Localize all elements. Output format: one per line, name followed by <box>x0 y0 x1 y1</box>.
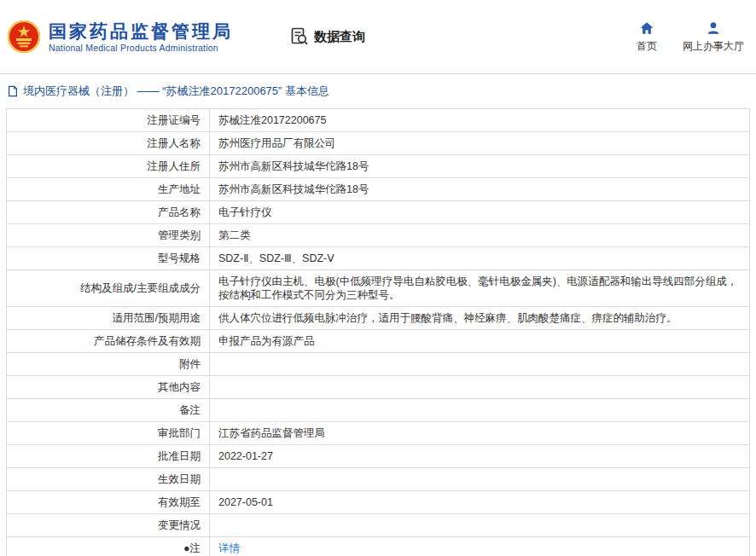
home-icon <box>639 20 654 36</box>
field-label: 生产地址 <box>7 178 210 201</box>
nav-home-label: 首页 <box>637 39 657 54</box>
field-label: 产品储存条件及有效期 <box>7 330 210 353</box>
info-table: 注册证编号苏械注准20172200675注册人名称苏州医疗用品厂有限公司注册人住… <box>6 108 750 556</box>
table-row: 注册人住所苏州市高新区科技城华佗路18号 <box>7 155 750 178</box>
table-row: 批准日期2022-01-27 <box>7 445 750 468</box>
field-value: 第二类 <box>210 224 750 247</box>
field-value: 2027-05-01 <box>210 491 750 514</box>
brand: 国家药品监督管理局 National Medical Products Admi… <box>7 20 233 54</box>
page-title-row: 境内医疗器械（注册） —— “苏械注准20172200675” 基本信息 <box>0 74 756 107</box>
field-value: 供人体穴位进行低频电脉冲治疗，适用于腰酸背痛、神经麻痹、肌肉酸楚痛症、痹症的辅助… <box>210 307 750 330</box>
field-label: 注册人名称 <box>7 132 210 155</box>
field-label: 注册人住所 <box>7 155 210 178</box>
field-label: 结构及组成/主要组成成分 <box>7 270 210 307</box>
table-row: 审批部门江苏省药品监督管理局 <box>7 422 750 445</box>
table-row: 生效日期 <box>7 468 750 491</box>
table-row: 备注 <box>7 399 750 422</box>
field-label: 批准日期 <box>7 445 210 468</box>
table-row: 生产地址苏州市高新区科技城华佗路18号 <box>7 178 750 201</box>
field-value: SDZ-Ⅱ、SDZ-Ⅲ、SDZ-Ⅴ <box>210 247 750 270</box>
field-value <box>210 399 750 422</box>
user-icon <box>706 20 721 36</box>
agency-name: 国家药品监督管理局 <box>49 20 233 43</box>
field-label: 附件 <box>7 353 210 376</box>
field-value: 申报产品为有源产品 <box>210 330 750 353</box>
detail-link[interactable]: 详情 <box>218 542 240 554</box>
field-label: 生效日期 <box>7 468 210 491</box>
site-header: 国家药品监督管理局 National Medical Products Admi… <box>0 0 756 73</box>
field-value: 苏州市高新区科技城华佗路18号 <box>210 155 750 178</box>
table-row: 附件 <box>7 353 750 376</box>
field-value: 苏州市高新区科技城华佗路18号 <box>210 178 750 201</box>
agency-name-en: National Medical Products Administration <box>49 43 233 53</box>
table-row: 产品名称电子针疗仪 <box>7 201 750 224</box>
table-row: 结构及组成/主要组成成分电子针疗仪由主机、电极(中低频理疗导电自粘胶电极、毫针电… <box>7 270 750 307</box>
field-value: 苏州医疗用品厂有限公司 <box>210 132 750 155</box>
field-label: 管理类别 <box>7 224 210 247</box>
table-row: 适用范围/预期用途供人体穴位进行低频电脉冲治疗，适用于腰酸背痛、神经麻痹、肌肉酸… <box>7 307 750 330</box>
nav-home[interactable]: 首页 <box>637 20 657 54</box>
nav-online-hall-label: 网上办事大厅 <box>683 39 744 54</box>
field-value: 2022-01-27 <box>210 445 750 468</box>
field-label: 产品名称 <box>7 201 210 224</box>
field-label: 审批部门 <box>7 422 210 445</box>
field-value <box>210 353 750 376</box>
brand-text: 国家药品监督管理局 National Medical Products Admi… <box>49 20 233 53</box>
field-value: 江苏省药品监督管理局 <box>210 422 750 445</box>
data-query-label: 数据查询 <box>314 29 365 45</box>
table-row: 注册人名称苏州医疗用品厂有限公司 <box>7 132 750 155</box>
field-value: 详情 <box>210 537 750 556</box>
table-row: 型号规格SDZ-Ⅱ、SDZ-Ⅲ、SDZ-Ⅴ <box>7 247 750 270</box>
field-value: 电子针疗仪 <box>210 201 750 224</box>
field-value: 电子针疗仪由主机、电极(中低频理疗导电自粘胶电极、毫针电极金属夹)、电源适配器和… <box>210 270 750 307</box>
table-row: 其他内容 <box>7 376 750 399</box>
info-table-body: 注册证编号苏械注准20172200675注册人名称苏州医疗用品厂有限公司注册人住… <box>7 109 750 556</box>
field-label: ●注 <box>7 537 210 556</box>
field-value <box>210 468 750 491</box>
nav-online-hall[interactable]: 网上办事大厅 <box>683 20 744 54</box>
field-value <box>210 514 750 537</box>
table-row: 变更情况 <box>7 514 750 537</box>
table-row: 有效期至2027-05-01 <box>7 491 750 514</box>
table-row: 管理类别第二类 <box>7 224 750 247</box>
field-label: 有效期至 <box>7 491 210 514</box>
document-icon <box>7 85 19 97</box>
table-row: 注册证编号苏械注准20172200675 <box>7 109 750 132</box>
field-label: 其他内容 <box>7 376 210 399</box>
field-value <box>210 376 750 399</box>
field-label: 变更情况 <box>7 514 210 537</box>
field-label: 注册证编号 <box>7 109 210 132</box>
field-label: 型号规格 <box>7 247 210 270</box>
field-label: 适用范围/预期用途 <box>7 307 210 330</box>
table-row: 产品储存条件及有效期申报产品为有源产品 <box>7 330 750 353</box>
table-row: ●注详情 <box>7 537 750 556</box>
data-query-icon <box>289 26 310 47</box>
field-label: 备注 <box>7 399 210 422</box>
page: 国家药品监督管理局 National Medical Products Admi… <box>0 0 756 556</box>
data-query-button[interactable]: 数据查询 <box>289 26 365 47</box>
national-emblem-logo <box>7 20 41 54</box>
header-nav: 首页 网上办事大厅 <box>637 20 744 54</box>
field-value: 苏械注准20172200675 <box>210 109 750 132</box>
page-title: 境内医疗器械（注册） —— “苏械注准20172200675” 基本信息 <box>23 84 329 99</box>
